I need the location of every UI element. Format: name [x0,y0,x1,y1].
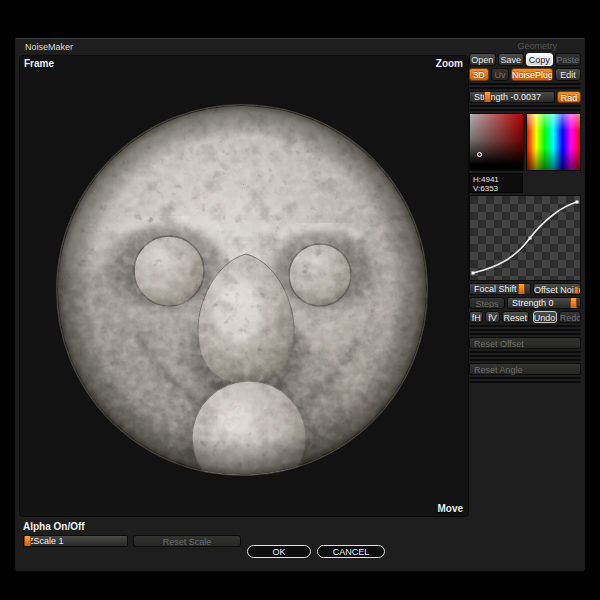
cancel-button[interactable]: CANCEL [317,545,385,558]
slider-handle[interactable] [518,284,525,294]
alpha-toggle[interactable]: Alpha On/Off [23,521,85,532]
focal-row: Focal Shift 0 Offset Noise [469,283,581,295]
reset-angle-button[interactable]: Reset Angle [469,363,581,375]
strength-by-mask-slider[interactable]: Strength By Mask 1 [469,105,581,107]
zangle-slider[interactable]: ZAngle 0 [469,359,581,361]
geometry-tab: Geometry [469,41,581,51]
yscale-slider[interactable]: YScale 1 [469,381,581,383]
edit-button[interactable]: Edit [555,68,581,81]
h-value: H:4941 [473,175,519,184]
zscale-row: ZScale 1 Reset Scale [23,535,263,547]
undo-button[interactable]: Undo [533,311,557,323]
noise-preview-render [20,56,468,516]
screen: NoiseMaker [0,0,600,600]
slider-handle[interactable] [24,536,31,546]
color-picker-cursor[interactable] [477,152,482,157]
reset-offset-button[interactable]: Reset Offset [469,337,581,349]
flip-undo-row: fH fV Reset Undo Redo [469,311,581,323]
zscale-slider-label: ZScale 1 [28,536,64,547]
noise-curve [470,196,580,280]
reset-curve-button[interactable]: Reset [502,311,529,323]
slider-handle[interactable] [570,298,577,308]
zoom-control[interactable]: Zoom [436,58,463,69]
uv-button[interactable]: Uv [491,68,509,81]
noise-preview-viewport[interactable]: Frame Zoom Move [19,55,469,517]
save-button[interactable]: Save [498,53,525,66]
v-value: V:6353 [473,184,519,193]
slider-handle[interactable] [484,92,491,102]
file-buttons-row: Open Save Copy Paste [469,53,581,66]
xangle-slider[interactable]: XAngle 0 [469,351,581,353]
cursor-coordinates: H:4941 V:6353 [469,173,523,193]
color-picker-row [469,113,581,171]
curve-point[interactable] [529,237,532,240]
ok-button[interactable]: OK [247,545,311,558]
steps-strength-row: Steps Strength 0 [469,297,581,309]
zscale-slider[interactable]: ZScale 1 [23,535,128,547]
xoffset-slider[interactable]: XOffset 0 [469,325,581,327]
open-button[interactable]: Open [469,53,496,66]
cursor-readout-row: H:4941 V:6353 [469,173,581,193]
zoffset-slider[interactable]: ZOffset 0 [469,333,581,335]
offset-noise-indicator [574,286,579,294]
scale-slider[interactable]: Scale 1.8692 [469,83,581,85]
strength-zero-slider[interactable]: Strength 0 [507,297,581,309]
noise-curve-editor[interactable] [469,195,581,281]
curve-point[interactable] [472,272,475,275]
hue-palette-picker[interactable] [526,113,581,171]
strength-row: Strength -0.0037 Rad [469,91,581,103]
move-control[interactable]: Move [437,503,463,514]
mode-buttons-row: 3D Uv NoisePlug Edit [469,68,581,81]
mode-3d-button[interactable]: 3D [469,68,489,81]
magnify-by-mask-slider[interactable]: Magnify By Mask 1 [469,87,581,89]
focal-shift-slider[interactable]: Focal Shift 0 [469,283,531,295]
curve-point[interactable] [576,201,579,204]
flip-v-button[interactable]: fV [485,311,499,323]
yoffset-slider[interactable]: YOffset 0 [469,329,581,331]
flip-h-button[interactable]: fH [469,311,483,323]
copy-button[interactable]: Copy [526,53,553,66]
frame-button[interactable]: Frame [24,58,54,69]
colorblend-slider[interactable]: ColorBlend 0.6 [469,109,581,111]
paste-button[interactable]: Paste [555,53,582,66]
offset-noise-button[interactable]: Offset Noise [533,283,581,295]
strength-slider[interactable]: Strength -0.0037 [469,91,555,103]
noiseplug-button[interactable]: NoisePlug [511,68,553,81]
saturation-value-picker[interactable] [469,113,524,171]
yangle-slider[interactable]: YAngle 0 [469,355,581,357]
reset-scale-button[interactable]: Reset Scale [133,535,241,547]
settings-panel: Geometry Open Save Copy Paste 3D Uv Nois… [469,41,581,383]
redo-button[interactable]: Redo [559,311,581,323]
xscale-slider[interactable]: XScale 1 [469,377,581,379]
rad-button[interactable]: Rad [557,91,581,103]
noisemaker-dialog: NoiseMaker [14,38,586,572]
steps-button[interactable]: Steps [469,297,505,309]
dialog-title: NoiseMaker [25,42,73,52]
